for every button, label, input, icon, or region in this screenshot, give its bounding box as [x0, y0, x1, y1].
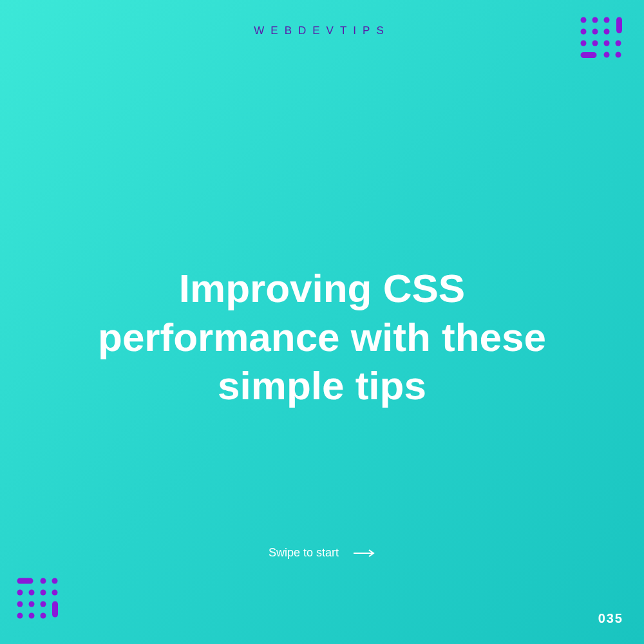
arrow-right-icon [354, 547, 375, 560]
svg-point-10 [604, 41, 610, 46]
svg-point-1 [581, 17, 587, 23]
svg-point-12 [604, 52, 610, 58]
svg-rect-11 [581, 52, 597, 58]
svg-point-6 [592, 29, 598, 35]
svg-point-13 [616, 41, 621, 46]
svg-point-26 [17, 613, 23, 619]
brand-label: WEBDEVTIPS [0, 24, 644, 37]
svg-point-7 [604, 29, 610, 35]
svg-point-23 [29, 601, 35, 607]
svg-point-20 [41, 590, 46, 596]
svg-point-28 [41, 613, 46, 619]
svg-point-5 [581, 29, 587, 35]
dot-pattern-icon [16, 577, 64, 628]
svg-point-17 [52, 578, 58, 584]
svg-point-3 [604, 17, 610, 23]
swipe-cta[interactable]: Swipe to start [0, 546, 644, 560]
svg-point-19 [29, 590, 35, 596]
swipe-label: Swipe to start [269, 546, 339, 559]
svg-point-24 [41, 601, 46, 607]
page-number: 035 [598, 611, 623, 626]
svg-rect-25 [52, 601, 58, 618]
svg-point-16 [41, 578, 46, 584]
svg-point-8 [581, 41, 587, 46]
svg-point-2 [592, 17, 598, 23]
svg-point-21 [52, 590, 58, 596]
slide-title: Improving CSS performance with these sim… [0, 264, 644, 410]
svg-point-14 [616, 52, 621, 58]
svg-rect-15 [17, 578, 33, 584]
svg-point-9 [592, 41, 598, 46]
svg-point-22 [17, 601, 23, 607]
svg-point-27 [29, 613, 35, 619]
svg-rect-4 [616, 17, 622, 33]
svg-point-18 [17, 590, 23, 596]
dot-pattern-icon [580, 16, 628, 67]
